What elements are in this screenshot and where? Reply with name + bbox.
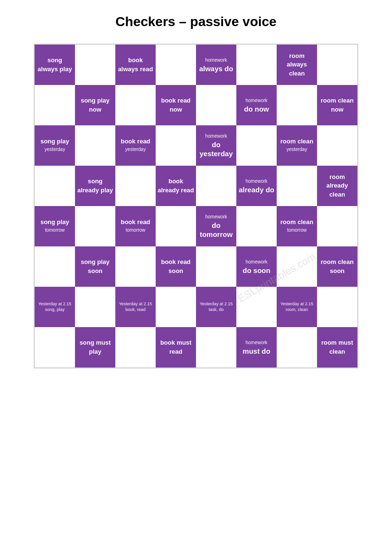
board-cell-r3-c1: song already play [75, 166, 115, 206]
board-cell-r3-c2 [115, 166, 156, 206]
board-cell-r3-c5: homeworkalready do [236, 166, 277, 206]
board-cell-r2-c6: room cleanyesterday [277, 125, 317, 166]
board-cell-r6-c4: Yesterday at 2.15 task, do [196, 287, 236, 327]
page-title: Checkers – passive voice [115, 14, 276, 29]
board-cell-r2-c7 [317, 125, 357, 166]
board-cell-r1-c0 [35, 85, 75, 125]
board-cell-r7-c7: room must clean [317, 327, 357, 367]
board-cell-r1-c1: song play now [75, 85, 115, 125]
board-cell-r4-c2: book readtomorrow [115, 206, 156, 246]
board-cell-r5-c3: book read soon [156, 246, 196, 287]
board-cell-r1-c4 [196, 85, 236, 125]
board-cell-r2-c5 [236, 125, 277, 166]
board-cell-r6-c5 [236, 287, 277, 327]
board-cell-r2-c1 [75, 125, 115, 166]
checkers-board: song always playbook always readhomework… [34, 44, 358, 368]
board-cell-r4-c0: song playtomorrow [35, 206, 75, 246]
board-cell-r0-c1 [75, 45, 115, 85]
board-cell-r5-c2 [115, 246, 156, 287]
board-cell-r0-c5 [236, 45, 277, 85]
board-cell-r3-c3: book already read [156, 166, 196, 206]
board-cell-r0-c0: song always play [35, 45, 75, 85]
board-cell-r5-c6 [277, 246, 317, 287]
board-cell-r0-c3 [156, 45, 196, 85]
board-cell-r6-c6: Yesterday at 2.15 room, clean [277, 287, 317, 327]
board-cell-r7-c0 [35, 327, 75, 367]
board-cell-r4-c3 [156, 206, 196, 246]
board-cell-r2-c4: homeworkdo yesterday [196, 125, 236, 166]
board-cell-r5-c1: song play soon [75, 246, 115, 287]
board-cell-r7-c3: book must read [156, 327, 196, 367]
board-cell-r0-c6: room always clean [277, 45, 317, 85]
board-cell-r7-c6 [277, 327, 317, 367]
board-cell-r4-c4: homeworkdo tomorrow [196, 206, 236, 246]
board-cell-r6-c2: Yesterday at 2.15 book, read [115, 287, 156, 327]
board-cell-r1-c2 [115, 85, 156, 125]
board-cell-r6-c1 [75, 287, 115, 327]
board-cell-r0-c2: book always read [115, 45, 156, 85]
board-cell-r4-c1 [75, 206, 115, 246]
board-cell-r3-c0 [35, 166, 75, 206]
board-cell-r3-c6 [277, 166, 317, 206]
board-cell-r1-c3: book read now [156, 85, 196, 125]
board-cell-r6-c0: Yesterday at 2.15 song, play [35, 287, 75, 327]
board-cell-r5-c5: homeworkdo soon [236, 246, 277, 287]
board-cell-r5-c0 [35, 246, 75, 287]
board-cell-r3-c7: room already clean [317, 166, 357, 206]
board-cell-r4-c6: room cleantomorrow [277, 206, 317, 246]
board-cell-r2-c2: book readyesterday [115, 125, 156, 166]
board-cell-r7-c1: song must play [75, 327, 115, 367]
board-cell-r1-c5: homeworkdo now [236, 85, 277, 125]
board-cell-r0-c4: homeworkalways do [196, 45, 236, 85]
board-cell-r1-c6 [277, 85, 317, 125]
board-cell-r5-c7: room clean soon [317, 246, 357, 287]
board-cell-r2-c0: song playyesterday [35, 125, 75, 166]
board-cell-r6-c7 [317, 287, 357, 327]
board-cell-r6-c3 [156, 287, 196, 327]
board-cell-r5-c4 [196, 246, 236, 287]
board-cell-r1-c7: room clean now [317, 85, 357, 125]
board-wrapper: song always playbook always readhomework… [34, 44, 358, 368]
board-cell-r3-c4 [196, 166, 236, 206]
board-cell-r7-c2 [115, 327, 156, 367]
board-cell-r0-c7 [317, 45, 357, 85]
board-cell-r4-c7 [317, 206, 357, 246]
board-cell-r7-c5: homeworkmust do [236, 327, 277, 367]
board-cell-r7-c4 [196, 327, 236, 367]
board-cell-r4-c5 [236, 206, 277, 246]
board-cell-r2-c3 [156, 125, 196, 166]
